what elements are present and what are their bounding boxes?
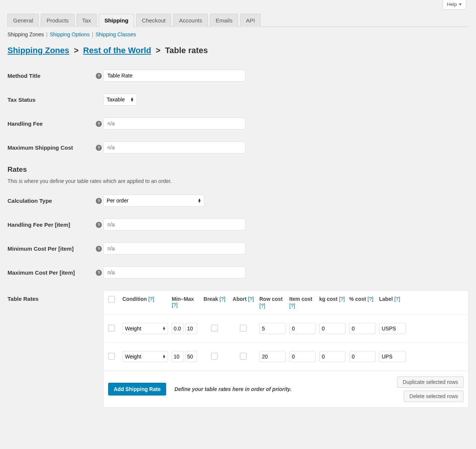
separator: | bbox=[44, 31, 50, 37]
help-icon[interactable]: ? bbox=[94, 197, 103, 204]
calc-type-label: Calculation Type bbox=[7, 198, 94, 204]
tab-checkout[interactable]: Checkout bbox=[136, 14, 171, 27]
select-all-checkbox[interactable] bbox=[108, 296, 115, 303]
handling-fee-input[interactable] bbox=[103, 117, 245, 129]
breadcrumb: Shipping Zones > Rest of the World > Tab… bbox=[7, 41, 469, 63]
col-kg-cost: kg cost bbox=[319, 296, 338, 302]
row-select-checkbox[interactable] bbox=[108, 353, 115, 360]
col-label: Label bbox=[379, 296, 393, 302]
kg-cost-input[interactable] bbox=[319, 351, 345, 362]
help-icon[interactable]: ? bbox=[94, 72, 103, 79]
min-input[interactable] bbox=[172, 351, 184, 362]
max-shipping-cost-label: Maximum Shipping Cost bbox=[7, 144, 94, 151]
tab-shipping[interactable]: Shipping bbox=[99, 14, 134, 27]
shipping-subnav: Shipping Zones|Shipping Options|Shipping… bbox=[7, 27, 469, 41]
help-link[interactable]: [?] bbox=[289, 303, 295, 309]
table-header-row: Condition [?] Min–Max [?] Break [?] Abor… bbox=[104, 291, 468, 315]
help-icon[interactable]: ? bbox=[94, 144, 103, 151]
label-input[interactable] bbox=[379, 323, 406, 334]
help-toggle-button[interactable]: Help ▼ bbox=[443, 0, 466, 10]
table-footer: Add Shipping Rate Define your table rate… bbox=[104, 371, 468, 407]
help-icon[interactable]: ? bbox=[94, 269, 103, 276]
add-shipping-rate-button[interactable]: Add Shipping Rate bbox=[108, 383, 166, 395]
help-link[interactable]: [?] bbox=[148, 296, 154, 302]
priority-hint: Define your table rates here in order of… bbox=[171, 386, 393, 392]
subnav-shipping-classes[interactable]: Shipping Classes bbox=[95, 31, 136, 37]
abort-checkbox[interactable] bbox=[240, 353, 247, 360]
abort-checkbox[interactable] bbox=[240, 325, 247, 332]
tax-status-select[interactable]: Taxable bbox=[103, 94, 137, 106]
break-checkbox[interactable] bbox=[211, 353, 218, 360]
tab-tax[interactable]: Tax bbox=[77, 14, 97, 27]
help-link[interactable]: [?] bbox=[220, 296, 226, 302]
delete-rows-button[interactable]: Delete selected rows bbox=[404, 391, 464, 402]
pct-cost-input[interactable] bbox=[349, 323, 375, 334]
handling-fee-per-input[interactable] bbox=[103, 219, 245, 230]
tab-emails[interactable]: Emails bbox=[210, 14, 238, 27]
table-rates: Condition [?] Min–Max [?] Break [?] Abor… bbox=[103, 290, 469, 407]
tax-status-label: Tax Status bbox=[7, 97, 94, 103]
kg-cost-input[interactable] bbox=[319, 323, 345, 334]
help-link[interactable]: [?] bbox=[394, 296, 400, 302]
chevron-right-icon: > bbox=[153, 46, 163, 55]
max-cost-per-input[interactable] bbox=[103, 266, 245, 278]
condition-select[interactable]: Weight bbox=[122, 351, 168, 362]
help-label: Help bbox=[447, 1, 457, 7]
help-icon[interactable]: ? bbox=[94, 120, 103, 127]
max-input[interactable] bbox=[185, 351, 197, 362]
help-icon[interactable]: ? bbox=[94, 245, 103, 252]
help-link[interactable]: [?] bbox=[259, 303, 265, 309]
table-row: Weight ▲▼ bbox=[104, 315, 468, 343]
item-cost-input[interactable] bbox=[289, 351, 315, 362]
handling-fee-label: Handling Fee bbox=[7, 120, 94, 127]
col-item-cost: Item cost bbox=[289, 296, 312, 302]
label-input[interactable] bbox=[379, 351, 406, 362]
row-cost-input[interactable] bbox=[259, 351, 286, 362]
breadcrumb-tail: Table rates bbox=[165, 46, 208, 55]
max-input[interactable] bbox=[185, 323, 197, 334]
calc-type-select[interactable]: Per order bbox=[103, 195, 204, 207]
method-title-label: Method Title bbox=[7, 73, 94, 79]
min-cost-per-input[interactable] bbox=[103, 242, 245, 254]
rates-section-subtitle: This is where you define your table rate… bbox=[7, 178, 469, 184]
help-link[interactable]: [?] bbox=[367, 296, 373, 302]
subnav-shipping-options[interactable]: Shipping Options bbox=[50, 31, 90, 37]
col-condition: Condition bbox=[122, 296, 147, 302]
row-cost-input[interactable] bbox=[259, 323, 286, 334]
col-minmax: Min–Max bbox=[172, 296, 194, 302]
min-input[interactable] bbox=[172, 323, 184, 334]
condition-select[interactable]: Weight bbox=[122, 323, 168, 334]
table-row: Weight ▲▼ bbox=[104, 343, 468, 371]
breadcrumb-area-link[interactable]: Rest of the World bbox=[83, 46, 151, 55]
col-row-cost: Row cost bbox=[259, 296, 283, 302]
subnav-shipping-zones: Shipping Zones bbox=[7, 31, 44, 37]
rates-section-title: Rates bbox=[7, 165, 469, 174]
min-cost-per-label: Minimum Cost Per [item] bbox=[7, 245, 94, 252]
help-icon[interactable]: ? bbox=[94, 221, 103, 228]
max-shipping-cost-input[interactable] bbox=[103, 141, 245, 153]
separator: | bbox=[90, 31, 96, 37]
chevron-right-icon: > bbox=[71, 46, 81, 55]
tab-accounts[interactable]: Accounts bbox=[173, 14, 208, 27]
table-rates-label: Table Rates bbox=[7, 290, 103, 407]
col-break: Break bbox=[204, 296, 218, 302]
duplicate-rows-button[interactable]: Duplicate selected rows bbox=[397, 376, 464, 388]
help-link[interactable]: [?] bbox=[339, 296, 345, 302]
max-cost-per-label: Maximum Cost Per [item] bbox=[7, 269, 94, 276]
help-link[interactable]: [?] bbox=[248, 296, 254, 302]
pct-cost-input[interactable] bbox=[349, 351, 375, 362]
tab-api[interactable]: API bbox=[240, 14, 260, 27]
method-title-input[interactable] bbox=[103, 70, 245, 82]
col-abort: Abort bbox=[233, 296, 247, 302]
help-link[interactable]: [?] bbox=[172, 302, 178, 308]
breadcrumb-zones-link[interactable]: Shipping Zones bbox=[7, 46, 69, 55]
handling-fee-per-label: Handling Fee Per [item] bbox=[7, 222, 94, 228]
tab-general[interactable]: General bbox=[7, 14, 39, 27]
col-pct-cost: % cost bbox=[349, 296, 366, 302]
settings-tabs: GeneralProductsTaxShippingCheckoutAccoun… bbox=[7, 13, 469, 27]
chevron-down-icon: ▼ bbox=[458, 2, 462, 6]
break-checkbox[interactable] bbox=[211, 325, 218, 332]
row-select-checkbox[interactable] bbox=[108, 325, 115, 332]
tab-products[interactable]: Products bbox=[41, 14, 74, 27]
item-cost-input[interactable] bbox=[289, 323, 315, 334]
